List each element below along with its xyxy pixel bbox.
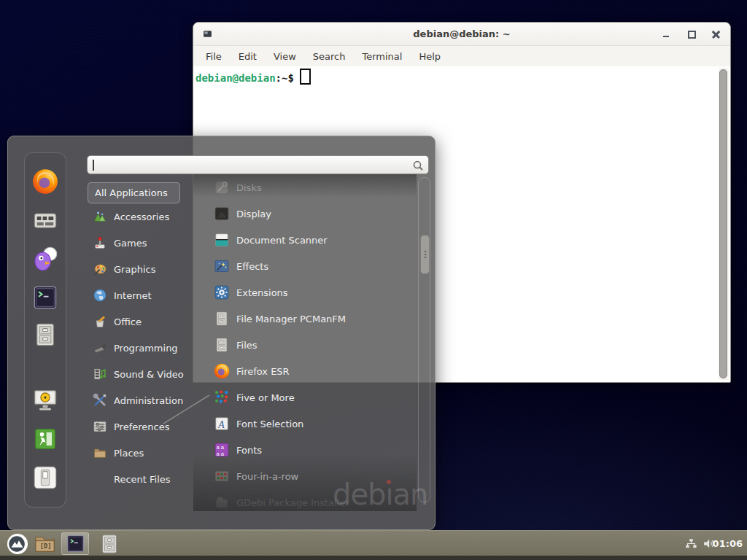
- application-list: Disks Display Document Scanner Effects E…: [193, 174, 417, 511]
- app-item-five-or-more[interactable]: Five or More: [193, 384, 417, 411]
- terminal-menubar: FileEditViewSearchTerminalHelp: [193, 46, 730, 67]
- taskbar-item-terminal[interactable]: [61, 532, 89, 555]
- app-label: File Manager PCManFM: [236, 314, 346, 324]
- app-item-four-in-a-row[interactable]: Four-in-a-row: [193, 463, 417, 489]
- office-icon: [93, 314, 107, 329]
- taskbar-clock[interactable]: 01:06: [713, 531, 743, 556]
- taskbar-item-folder-d[interactable]: [D]: [31, 532, 58, 555]
- category-places[interactable]: Places: [85, 440, 196, 466]
- category-internet[interactable]: Internet: [85, 282, 196, 308]
- category-programming[interactable]: Programming: [85, 335, 196, 361]
- favorite-button-pidgin[interactable]: [31, 245, 59, 273]
- app-label: Five or More: [236, 392, 295, 403]
- terminal-scrollbar[interactable]: [719, 68, 729, 380]
- category-preferences[interactable]: Preferences: [85, 413, 196, 440]
- app-item-files[interactable]: Files: [193, 332, 417, 358]
- favorite-button-firefox[interactable]: [31, 168, 59, 195]
- taskbar-item-menu-launcher[interactable]: [5, 532, 30, 555]
- category-graphics[interactable]: Graphics: [85, 256, 196, 282]
- app-item-disks[interactable]: Disks: [193, 174, 417, 201]
- app-label: Display: [236, 209, 271, 219]
- category-games[interactable]: Games: [85, 230, 196, 256]
- app-item-file-manager-pcmanfm[interactable]: File Manager PCManFM: [193, 306, 417, 332]
- terminal-menu-view[interactable]: View: [270, 50, 300, 63]
- pidgin-icon: [32, 246, 58, 272]
- file-cabinet-icon: [32, 322, 58, 348]
- preferences-icon: [93, 419, 107, 434]
- category-label: Places: [114, 448, 144, 459]
- logout-icon: [32, 426, 58, 452]
- terminal-menu-file[interactable]: File: [202, 50, 225, 63]
- favorite-button-screensaver[interactable]: [31, 386, 59, 414]
- app-item-font-selection[interactable]: AFont Selection: [193, 411, 417, 437]
- accessories-icon: [93, 209, 107, 224]
- favorite-button-shutdown[interactable]: [31, 464, 59, 491]
- app-item-document-scanner[interactable]: Document Scanner: [193, 227, 417, 253]
- terminal-window-icon: [203, 29, 212, 39]
- app-item-effects[interactable]: Effects: [193, 253, 417, 279]
- category-label: Office: [114, 316, 142, 327]
- favorite-button-logout[interactable]: [31, 425, 59, 453]
- app-label: Extensions: [236, 287, 288, 298]
- category-label: Programming: [114, 343, 178, 354]
- sound-video-icon: [93, 367, 107, 381]
- five-or-more-icon: [214, 389, 230, 405]
- favorite-button-terminal[interactable]: [31, 284, 59, 311]
- category-label: Administration: [114, 395, 183, 406]
- category-accessories[interactable]: Accessories: [85, 203, 196, 230]
- terminal-cursor: [300, 69, 311, 85]
- search-box[interactable]: [87, 155, 429, 174]
- all-applications-button[interactable]: All Applications: [88, 182, 180, 203]
- four-in-a-row-icon: [214, 468, 230, 484]
- category-sound-video[interactable]: Sound & Video: [85, 361, 196, 387]
- desktop: debian@debian: ~ FileEditViewSearchTermi…: [0, 0, 747, 560]
- terminal-menu-help[interactable]: Help: [415, 50, 444, 63]
- file-cabinet-icon: [214, 337, 230, 353]
- taskbar-bottom-edge: [0, 556, 747, 560]
- effects-icon: [214, 258, 230, 274]
- category-recent-files[interactable]: Recent Files: [85, 466, 196, 492]
- app-label: GDebi Package Installer: [236, 497, 349, 508]
- terminal-titlebar[interactable]: debian@debian: ~: [193, 23, 730, 46]
- app-label: Disks: [236, 182, 262, 193]
- terminal-icon: [66, 534, 85, 553]
- maximize-button[interactable]: [687, 30, 695, 38]
- terminal-menu-edit[interactable]: Edit: [235, 50, 260, 63]
- screensaver-icon: [32, 387, 58, 413]
- app-item-gdebi-package-installer[interactable]: GDebi Package Installer: [193, 489, 417, 511]
- taskbar-item-file-cabinet[interactable]: [97, 532, 122, 555]
- terminal-menu-terminal[interactable]: Terminal: [358, 50, 406, 63]
- keyboard-icon: [32, 207, 58, 233]
- favorite-button-file-cabinet[interactable]: [31, 321, 59, 349]
- app-label: Document Scanner: [236, 235, 328, 246]
- administration-icon: [93, 393, 107, 408]
- app-list-scrollbar-handle[interactable]: [420, 235, 430, 274]
- terminal-menu-search[interactable]: Search: [309, 50, 349, 63]
- close-button[interactable]: [712, 30, 720, 38]
- system-tray: [685, 531, 715, 556]
- category-label: Internet: [114, 290, 152, 301]
- prompt-suffix: :~$: [276, 72, 294, 84]
- programming-icon: [93, 341, 107, 355]
- category-label: Games: [114, 238, 147, 249]
- category-label: Recent Files: [114, 474, 171, 485]
- minimize-button[interactable]: [662, 30, 670, 38]
- terminal-prompt: debian@debian:~$: [193, 66, 730, 85]
- extensions-icon: [214, 284, 230, 300]
- network-icon[interactable]: [685, 537, 697, 550]
- category-office[interactable]: Office: [85, 308, 196, 335]
- app-item-display[interactable]: Display: [193, 201, 417, 227]
- app-label: Font Selection: [236, 419, 303, 429]
- search-input[interactable]: [93, 158, 400, 172]
- folder-d-icon: [D]: [34, 532, 56, 555]
- favorite-button-keyboard[interactable]: [31, 206, 59, 234]
- favorites-panel: [24, 152, 66, 508]
- category-administration[interactable]: Administration: [85, 387, 196, 413]
- file-cabinet-icon: [98, 533, 120, 555]
- app-item-extensions[interactable]: Extensions: [193, 279, 417, 306]
- app-list-scrollbar[interactable]: [418, 177, 430, 502]
- terminal-scrollbar-handle[interactable]: [719, 69, 727, 378]
- svg-text:[D]: [D]: [39, 542, 51, 550]
- app-item-fonts[interactable]: a a a aFonts: [193, 437, 417, 463]
- app-item-firefox-esr[interactable]: Firefox ESR: [193, 358, 417, 384]
